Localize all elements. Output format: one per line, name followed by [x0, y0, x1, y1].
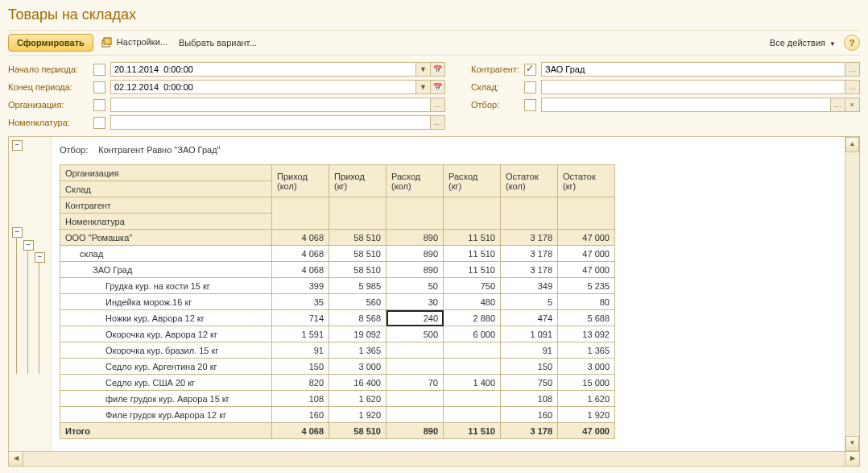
row-value[interactable]: 58 510 — [329, 230, 386, 246]
row-value[interactable]: 30 — [386, 294, 444, 310]
row-value[interactable]: 108 — [501, 391, 558, 407]
row-value[interactable]: 108 — [272, 391, 329, 407]
collapse-all-icon[interactable]: − — [12, 140, 23, 151]
table-row[interactable]: филе грудок кур. Аврора 15 кг1081 620108… — [60, 391, 615, 407]
row-value[interactable]: 714 — [272, 310, 329, 326]
row-value[interactable]: 91 — [501, 342, 558, 359]
row-value[interactable]: 5 235 — [558, 278, 615, 294]
scroll-left-icon[interactable]: ◀ — [8, 451, 23, 467]
horizontal-scrollbar[interactable]: ◀ ▶ — [8, 452, 860, 467]
row-value[interactable]: 890 — [386, 246, 444, 262]
select-icon[interactable]: … — [431, 115, 445, 130]
row-value[interactable]: 1 365 — [558, 342, 615, 359]
row-value[interactable]: 1 400 — [444, 375, 501, 391]
row-value[interactable]: 474 — [501, 310, 558, 326]
row-value[interactable]: 5 985 — [329, 278, 386, 294]
select-icon[interactable]: … — [845, 80, 860, 94]
row-value[interactable]: 1 920 — [329, 407, 386, 423]
collapse-node-icon[interactable]: − — [35, 252, 45, 263]
period-end-input[interactable] — [110, 80, 416, 94]
row-value[interactable]: 890 — [386, 262, 444, 278]
calendar-icon[interactable]: 📅 — [431, 62, 445, 77]
row-value[interactable]: 4 068 — [272, 230, 329, 246]
row-value[interactable]: 5 688 — [558, 310, 615, 326]
form-button[interactable]: Сформировать — [8, 34, 93, 52]
period-start-checkbox[interactable] — [93, 64, 105, 76]
scroll-down-icon[interactable]: ▼ — [845, 436, 859, 451]
sklad-input[interactable] — [541, 80, 845, 94]
all-actions-button[interactable]: Все действия ▼ — [767, 36, 839, 49]
row-value[interactable]: 150 — [272, 359, 329, 375]
row-value[interactable] — [386, 359, 444, 375]
period-start-input[interactable] — [110, 62, 416, 77]
table-row[interactable]: Окорочка кур. Аврора 12 кг1 59119 092500… — [60, 326, 615, 342]
row-value[interactable]: 1 920 — [558, 407, 615, 423]
period-end-checkbox[interactable] — [93, 81, 105, 93]
row-value[interactable] — [444, 342, 501, 359]
row-value[interactable]: 50 — [386, 278, 444, 294]
row-value[interactable]: 11 510 — [444, 246, 501, 262]
sklad-checkbox[interactable] — [524, 81, 536, 93]
row-value[interactable]: 3 178 — [501, 246, 558, 262]
row-value[interactable]: 480 — [444, 294, 501, 310]
row-value[interactable]: 15 000 — [558, 375, 615, 391]
row-value[interactable]: 11 510 — [444, 262, 501, 278]
row-value[interactable] — [444, 407, 501, 423]
row-value[interactable]: 3 000 — [558, 359, 615, 375]
table-row[interactable]: ООО "Ромашка"4 06858 51089011 5103 17847… — [60, 230, 615, 246]
nom-checkbox[interactable] — [93, 117, 105, 129]
help-icon[interactable]: ? — [844, 35, 860, 51]
otbor-input[interactable] — [541, 98, 831, 112]
row-value[interactable] — [444, 359, 501, 375]
row-value[interactable] — [444, 391, 501, 407]
row-value[interactable]: 5 — [501, 294, 558, 310]
row-value[interactable]: 1 620 — [329, 391, 386, 407]
row-value[interactable]: 750 — [501, 375, 558, 391]
table-row[interactable]: Индейка морож.16 кг3556030480580 — [60, 294, 615, 310]
contragent-input[interactable] — [541, 62, 845, 77]
select-icon[interactable]: … — [431, 98, 445, 112]
dropdown-icon[interactable]: ▼ — [416, 80, 431, 94]
row-value[interactable]: 2 880 — [444, 310, 501, 326]
row-value[interactable]: 1 365 — [329, 342, 386, 359]
row-value[interactable]: 80 — [558, 294, 615, 310]
row-value[interactable]: 47 000 — [558, 246, 615, 262]
row-value[interactable]: 19 092 — [329, 326, 386, 342]
row-value[interactable]: 500 — [386, 326, 444, 342]
row-value[interactable]: 58 510 — [329, 262, 386, 278]
collapse-node-icon[interactable]: − — [12, 227, 23, 238]
org-input[interactable] — [110, 98, 431, 112]
select-icon[interactable]: … — [845, 62, 860, 77]
row-value[interactable]: 1 620 — [558, 391, 615, 407]
otbor-checkbox[interactable] — [524, 99, 536, 111]
row-value[interactable]: 160 — [272, 407, 329, 423]
table-row[interactable]: Седло кур. США 20 кг82016 400701 4007501… — [60, 375, 615, 391]
row-value[interactable]: 35 — [272, 294, 329, 310]
row-value[interactable] — [386, 342, 444, 359]
collapse-node-icon[interactable]: − — [23, 240, 34, 251]
row-value[interactable]: 47 000 — [558, 262, 615, 278]
table-row[interactable]: ЗАО Град4 06858 51089011 5103 17847 000 — [60, 262, 615, 278]
row-value[interactable]: 3 178 — [501, 262, 558, 278]
scroll-up-icon[interactable]: ▲ — [845, 137, 859, 152]
row-value[interactable]: 70 — [386, 375, 444, 391]
row-value[interactable] — [386, 407, 444, 423]
row-value[interactable]: 47 000 — [558, 230, 615, 246]
row-value[interactable]: 16 400 — [329, 375, 386, 391]
row-value[interactable]: 150 — [501, 359, 558, 375]
variant-button[interactable]: Выбрать вариант... — [176, 36, 260, 49]
row-value[interactable]: 399 — [272, 278, 329, 294]
row-value[interactable]: 349 — [501, 278, 558, 294]
row-value[interactable]: 4 068 — [272, 246, 329, 262]
row-value[interactable]: 160 — [501, 407, 558, 423]
settings-button[interactable]: Настройки... — [98, 35, 171, 50]
row-value[interactable]: 3 178 — [501, 230, 558, 246]
table-row[interactable]: Окорочка кур. бразил. 15 кг911 365911 36… — [60, 342, 615, 359]
vertical-scrollbar[interactable]: ▲ ▼ — [845, 137, 859, 451]
row-value[interactable]: 820 — [272, 375, 329, 391]
row-value[interactable]: 13 092 — [558, 326, 615, 342]
table-row[interactable]: склад4 06858 51089011 5103 17847 000 — [60, 246, 615, 262]
scroll-right-icon[interactable]: ▶ — [845, 451, 860, 467]
org-checkbox[interactable] — [93, 99, 105, 111]
clear-icon[interactable]: × — [845, 98, 860, 112]
